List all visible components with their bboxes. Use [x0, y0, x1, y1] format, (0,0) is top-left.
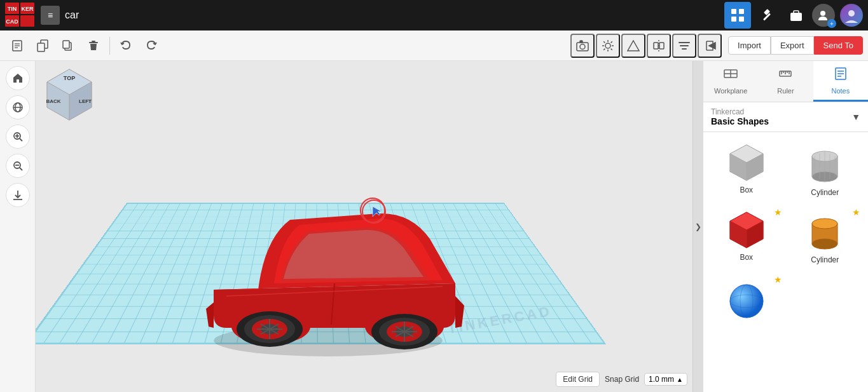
svg-text:TIN: TIN — [8, 6, 17, 12]
svg-rect-8 — [739, 9, 744, 14]
svg-point-31 — [605, 43, 610, 48]
sphere-blue-star: ★ — [774, 274, 782, 285]
download-button[interactable] — [6, 183, 30, 207]
camera-button[interactable] — [570, 34, 595, 58]
hammer-icon-btn[interactable] — [754, 2, 780, 29]
tab-workplane[interactable]: Workplane — [703, 61, 758, 102]
zoom-out-button[interactable] — [6, 154, 30, 178]
svg-rect-30 — [580, 41, 582, 43]
box-red-star: ★ — [774, 207, 782, 217]
svg-rect-26 — [89, 42, 98, 43]
import-button[interactable]: Import — [728, 36, 771, 55]
svg-rect-27 — [92, 41, 95, 42]
cylinder-orange-star: ★ — [852, 207, 860, 217]
flip-button[interactable] — [698, 34, 722, 58]
ruler-tab-icon — [778, 66, 793, 84]
import-export-area: Import Export Send To — [728, 36, 863, 55]
shape-box-grey[interactable]: Box — [708, 137, 785, 202]
shape-cylinder-grey[interactable]: Cylinder — [787, 137, 864, 202]
svg-rect-25 — [63, 41, 69, 48]
svg-point-122 — [812, 239, 837, 249]
zoom-in-button[interactable] — [6, 125, 30, 149]
svg-rect-23 — [38, 43, 45, 51]
shape-box-red-label: Box — [740, 253, 753, 262]
copy-button[interactable] — [31, 34, 55, 58]
svg-line-37 — [611, 48, 612, 50]
svg-rect-14 — [794, 11, 799, 13]
dropdown-arrow-icon: ▼ — [851, 112, 860, 122]
viewport[interactable]: TOP BACK LEFT TINKERCAD — [36, 61, 692, 392]
tab-ruler[interactable]: Ruler — [758, 61, 813, 102]
svg-point-17 — [848, 10, 855, 17]
right-panel-tabs: Workplane Ruler — [703, 61, 868, 102]
notes-tab-icon — [833, 66, 848, 84]
shapes-category-dropdown[interactable]: Tinkercad Basic Shapes ▼ — [703, 102, 868, 132]
send-to-button[interactable]: Send To — [814, 36, 863, 55]
svg-text:KER: KER — [21, 6, 34, 12]
tab-notes[interactable]: Notes — [813, 61, 868, 102]
home-view-button[interactable] — [6, 66, 30, 90]
orbit-button[interactable] — [6, 95, 30, 119]
shape-tool-button[interactable] — [621, 34, 645, 58]
project-name[interactable]: car — [65, 10, 79, 21]
topbar: TIN KER CAD ≡ car — [0, 0, 868, 30]
svg-rect-13 — [790, 13, 802, 21]
apps-icon-btn[interactable] — [724, 2, 751, 29]
svg-text:LEFT: LEFT — [79, 98, 92, 104]
align-button[interactable] — [672, 34, 696, 58]
view-cube[interactable]: TOP BACK LEFT — [41, 66, 98, 123]
svg-point-121 — [812, 219, 837, 229]
bottom-controls: Edit Grid Snap Grid 1.0 mm ▲ — [556, 372, 687, 387]
svg-rect-6 — [20, 15, 34, 27]
toolbar: Import Export Send To — [0, 30, 868, 61]
shape-cylinder-grey-label: Cylinder — [811, 188, 839, 197]
svg-marker-40 — [628, 41, 639, 51]
briefcase-icon-btn[interactable] — [783, 2, 809, 29]
tab-ruler-label: Ruler — [777, 87, 794, 95]
svg-rect-46 — [682, 48, 687, 50]
shape-box-red[interactable]: ★ Box — [708, 205, 785, 269]
workplane-tab-icon — [723, 66, 738, 84]
car-model — [163, 112, 519, 379]
duplicate-button[interactable] — [56, 34, 80, 58]
topbar-right-icons: + — [724, 2, 863, 29]
new-button[interactable] — [5, 34, 29, 58]
tab-notes-label: Notes — [831, 87, 850, 95]
redo-button[interactable] — [139, 34, 163, 58]
svg-rect-45 — [680, 45, 689, 46]
tinkercad-logo[interactable]: TIN KER CAD — [5, 3, 36, 28]
shapes-category-value: Basic Shapes — [711, 116, 851, 126]
export-button[interactable]: Export — [771, 36, 814, 55]
svg-point-15 — [820, 11, 825, 16]
svg-rect-7 — [731, 9, 736, 14]
project-icon[interactable]: ≡ — [41, 6, 60, 25]
delete-button[interactable] — [81, 34, 106, 58]
right-panel: Workplane Ruler — [703, 61, 868, 392]
svg-line-39 — [603, 48, 605, 50]
svg-text:TOP: TOP — [64, 75, 75, 81]
snap-grid-select[interactable]: 1.0 mm ▲ — [644, 373, 687, 386]
add-user-button[interactable]: + — [812, 4, 835, 27]
collapse-panel-handle[interactable]: ❯ — [692, 61, 703, 392]
shape-box-grey-label: Box — [740, 186, 753, 194]
light-button[interactable] — [596, 34, 620, 58]
svg-rect-42 — [659, 43, 664, 49]
svg-rect-10 — [739, 17, 744, 22]
svg-line-38 — [611, 41, 612, 43]
undo-button[interactable] — [114, 34, 138, 58]
svg-rect-9 — [731, 17, 736, 22]
edit-grid-button[interactable]: Edit Grid — [556, 372, 600, 387]
shape-sphere-blue[interactable]: ★ — [708, 272, 785, 328]
svg-text:CAD: CAD — [6, 18, 18, 25]
avatar[interactable] — [840, 4, 863, 27]
svg-text:BACK: BACK — [46, 98, 60, 104]
svg-rect-41 — [654, 43, 658, 49]
shapes-category-label: Tinkercad — [711, 107, 851, 116]
shape-cylinder-orange[interactable]: ★ Cylinder — [787, 205, 864, 269]
svg-point-29 — [580, 44, 585, 49]
main-area: TOP BACK LEFT TINKERCAD — [0, 61, 868, 392]
tab-workplane-label: Workplane — [714, 87, 747, 95]
svg-rect-44 — [679, 42, 690, 43]
shapes-grid: Box Cylinder — [703, 132, 868, 333]
mirror-button[interactable] — [647, 34, 671, 58]
